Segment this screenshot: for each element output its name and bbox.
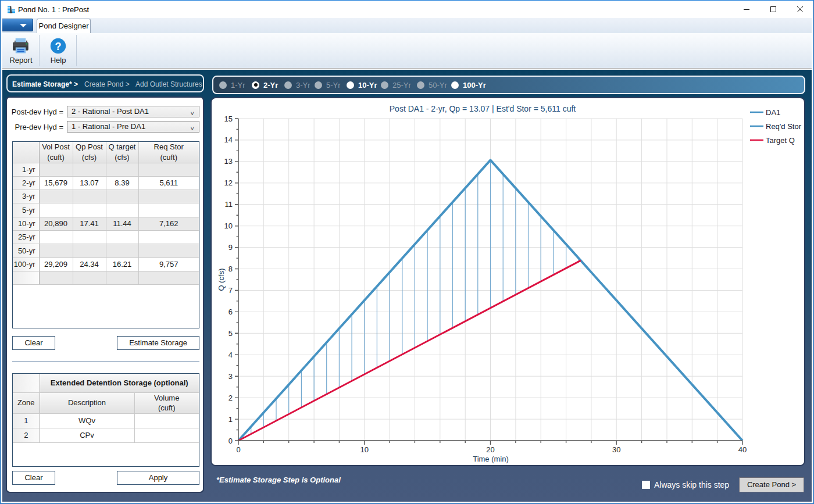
- svg-text:DA1: DA1: [766, 108, 780, 117]
- svg-text:30: 30: [612, 445, 620, 454]
- svg-text:12: 12: [224, 178, 233, 187]
- svg-text:14: 14: [224, 135, 233, 144]
- svg-text:11: 11: [225, 200, 233, 209]
- svg-text:3: 3: [229, 372, 233, 381]
- svg-text:Time (min): Time (min): [473, 455, 509, 463]
- svg-text:Req'd Stor: Req'd Stor: [766, 122, 802, 131]
- svg-text:0: 0: [236, 445, 240, 454]
- svg-text:15: 15: [224, 115, 233, 123]
- svg-text:0: 0: [229, 437, 233, 445]
- svg-text:Q (cfs): Q (cfs): [217, 269, 226, 291]
- svg-text:6: 6: [229, 308, 233, 316]
- svg-text:2: 2: [229, 394, 233, 402]
- svg-text:10: 10: [360, 445, 369, 454]
- svg-text:1: 1: [229, 415, 233, 424]
- svg-text:4: 4: [229, 351, 233, 359]
- svg-text:9: 9: [229, 243, 233, 252]
- svg-text:Post DA1 - 2-yr, Qp = 13.07 |: Post DA1 - 2-yr, Qp = 13.07 | Est'd Stor…: [390, 104, 576, 113]
- svg-text:10: 10: [224, 221, 233, 230]
- svg-text:Target Q: Target Q: [766, 136, 795, 145]
- svg-text:5: 5: [229, 329, 233, 338]
- svg-text:40: 40: [738, 445, 747, 454]
- svg-text:?: ?: [55, 41, 62, 52]
- svg-text:20: 20: [486, 445, 494, 454]
- svg-text:7: 7: [229, 286, 233, 295]
- svg-text:13: 13: [224, 157, 233, 166]
- svg-text:8: 8: [229, 264, 233, 273]
